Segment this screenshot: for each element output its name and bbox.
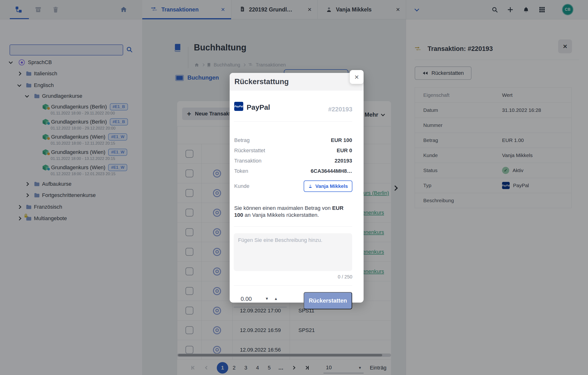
amount-input[interactable]: 0.00 xyxy=(241,296,252,302)
person-icon xyxy=(308,184,313,188)
stepper-down-icon[interactable]: ▼ xyxy=(265,297,269,301)
transaction-reference: #220193 xyxy=(328,106,352,113)
refund-modal: Rückerstattung PayPal PayPal #220193 Bet… xyxy=(230,73,364,303)
field-transaktion: Transaktion220193 xyxy=(234,157,352,165)
refund-info-text: Sie können einen maximalen Betrag von EU… xyxy=(234,205,353,219)
modal-header: Rückerstattung xyxy=(230,73,364,91)
amount-underline xyxy=(234,307,287,307)
divider xyxy=(234,226,352,227)
provider-name: PayPal xyxy=(247,103,270,111)
description-textarea[interactable]: Fügen Sie eine Beschreibung hinzu. xyxy=(234,233,352,271)
modal-close-button[interactable]: × xyxy=(350,70,364,84)
modal-title: Rückerstattung xyxy=(234,77,289,86)
divider xyxy=(234,285,352,286)
textarea-placeholder: Fügen Sie eine Beschreibung hinzu. xyxy=(238,237,322,243)
stepper-up-icon[interactable]: ▲ xyxy=(274,297,278,301)
char-counter: 0 / 250 xyxy=(338,274,352,280)
app-root: SprachCB Italienisch Englisch Grundlagen… xyxy=(0,0,588,375)
field-token: Token6CA36444MH8… xyxy=(234,167,352,175)
refund-submit-button[interactable]: Rückerstatten xyxy=(304,292,352,309)
field-rueckerstattet: RückerstattetEUR 0 xyxy=(234,147,352,154)
customer-name: Vanja Mikkels xyxy=(315,183,348,189)
divider xyxy=(234,121,352,122)
field-betrag: BetragEUR 100 xyxy=(234,137,352,144)
customer-button[interactable]: Vanja Mikkels xyxy=(304,180,352,192)
paypal-logo: PayPal xyxy=(234,102,243,111)
